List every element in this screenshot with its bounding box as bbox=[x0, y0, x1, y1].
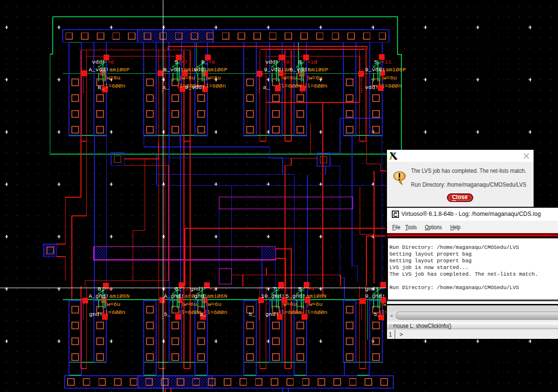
svg-text:5_: 5_ bbox=[164, 311, 171, 318]
svg-text:l=6ØØn: l=6ØØn bbox=[381, 83, 401, 90]
svg-text:gnd!: gnd! bbox=[265, 311, 279, 318]
svg-text:9_gnd!: 9_gnd! bbox=[365, 293, 385, 300]
svg-text:+11: +11 bbox=[381, 59, 391, 66]
svg-text:w=6u: w=6u bbox=[283, 75, 296, 81]
svg-text:amiØ6P: amiØ6P bbox=[308, 67, 328, 73]
svg-text:w=6u: w=6u bbox=[207, 75, 221, 81]
svg-text:w=6u: w=6u bbox=[107, 75, 120, 81]
svg-text:w=6u: w=6u bbox=[383, 75, 397, 81]
svg-text:amiØ6P: amiØ6P bbox=[386, 67, 406, 73]
svg-text:gnd!: gnd! bbox=[190, 286, 204, 292]
svg-text:a_: a_ bbox=[263, 84, 270, 91]
svg-text:+3: +3 bbox=[280, 286, 287, 292]
svg-text:A_vdd!: A_vdd! bbox=[89, 67, 109, 73]
svg-text:+4: +4 bbox=[307, 286, 314, 292]
svg-text:l=6ØØn: l=6ØØn bbox=[281, 309, 301, 316]
svg-text:9_vdd!: 9_vdd! bbox=[264, 67, 284, 73]
svg-text:amiØ6N: amiØ6N bbox=[207, 293, 227, 300]
svg-text:w=6u: w=6u bbox=[208, 301, 221, 308]
svg-text:w=6u: w=6u bbox=[283, 301, 296, 308]
svg-text:w=6u: w=6u bbox=[183, 301, 197, 308]
svg-text:+9: +9 bbox=[283, 59, 289, 66]
svg-text:vdd!: vdd! bbox=[265, 59, 279, 66]
svg-text:+7: +7 bbox=[181, 59, 187, 66]
svg-text:w=6u: w=6u bbox=[107, 301, 120, 308]
svg-text:l=6ØØn: l=6ØØn bbox=[307, 309, 327, 316]
svg-text:a_: a_ bbox=[200, 311, 207, 318]
svg-text:w=6u: w=6u bbox=[309, 75, 322, 81]
svg-text:8_: 8_ bbox=[201, 59, 208, 66]
svg-text:vdd!: vdd! bbox=[365, 84, 378, 91]
svg-text:l=6ØØn: l=6ØØn bbox=[307, 83, 327, 90]
svg-text:vdd!: vdd! bbox=[194, 67, 207, 73]
svg-text:a_: a_ bbox=[162, 84, 170, 91]
svg-text:A_gnd!: A_gnd! bbox=[89, 293, 109, 300]
svg-text:+1: +1 bbox=[182, 286, 188, 292]
svg-text:vdd!: vdd! bbox=[92, 59, 105, 66]
svg-text:l=6ØØn: l=6ØØn bbox=[105, 309, 125, 316]
svg-text:B_: B_ bbox=[98, 286, 105, 292]
svg-text:7_: 7_ bbox=[273, 286, 280, 292]
svg-text:9_vdd!: 9_vdd! bbox=[185, 84, 205, 91]
svg-text:l=6ØØn: l=6ØØn bbox=[205, 83, 226, 90]
svg-text:w=6u: w=6u bbox=[309, 301, 322, 308]
svg-text:gnd!: gnd! bbox=[194, 293, 207, 300]
svg-text:l=6ØØn: l=6ØØn bbox=[105, 83, 125, 90]
svg-text:l=6ØØn: l=6ØØn bbox=[281, 83, 301, 90]
svg-text:l=6ØØn: l=6ØØn bbox=[207, 309, 227, 316]
svg-text:9_vdd!: 9_vdd! bbox=[365, 67, 385, 73]
svg-text:6_: 6_ bbox=[174, 286, 182, 292]
svg-text:+6: +6 bbox=[107, 59, 114, 66]
svg-text:10_gnd!: 10_gnd! bbox=[261, 293, 285, 300]
svg-text:5_: 5_ bbox=[374, 311, 381, 318]
svg-text:5_vdd!: 5_vdd! bbox=[290, 67, 310, 73]
svg-text:A_gnd!: A_gnd! bbox=[164, 293, 184, 300]
svg-text:B_: B_ bbox=[98, 84, 105, 91]
svg-text:5_gnd!: 5_gnd! bbox=[285, 293, 306, 300]
svg-text:amiØ6P: amiØ6P bbox=[109, 67, 129, 73]
svg-text:5_: 5_ bbox=[249, 311, 256, 318]
svg-text:gnd!: gnd! bbox=[365, 286, 378, 292]
svg-text:+8: +8 bbox=[208, 59, 215, 66]
svg-text:5_: 5_ bbox=[374, 59, 381, 66]
svg-text:amiØ6N: amiØ6N bbox=[306, 293, 326, 300]
svg-text:8_: 8_ bbox=[298, 59, 305, 66]
svg-text:+1Ø: +1Ø bbox=[307, 59, 317, 66]
svg-text:w=6u: w=6u bbox=[182, 75, 195, 81]
svg-text:amiØ6N: amiØ6N bbox=[109, 293, 129, 300]
svg-text:B_vdd!: B_vdd! bbox=[163, 67, 183, 73]
svg-text:5_: 5_ bbox=[298, 286, 305, 292]
svg-text:+Ø: +Ø bbox=[105, 286, 112, 292]
svg-text:amiØ6P: amiØ6P bbox=[207, 67, 227, 73]
svg-text:l=6ØØn: l=6ØØn bbox=[181, 309, 201, 316]
svg-text:+2: +2 bbox=[209, 286, 216, 292]
svg-text:gnd!: gnd! bbox=[89, 311, 102, 318]
